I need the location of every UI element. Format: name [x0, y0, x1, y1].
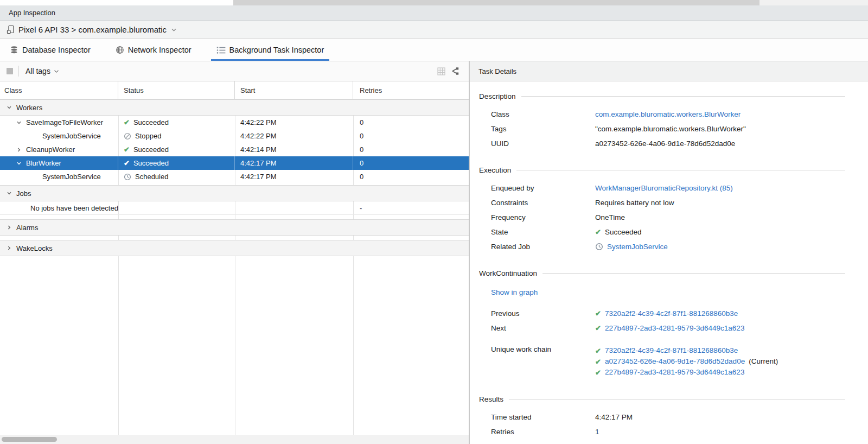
- retries-count: 0: [353, 116, 469, 129]
- chain-work-link[interactable]: 227b4897-2ad3-4281-9579-3d6449c1a623: [605, 367, 744, 378]
- tab-label: Network Inspector: [128, 46, 192, 54]
- time-started-value: 4:42:17 PM: [595, 413, 633, 421]
- group-row-jobs[interactable]: Jobs: [0, 185, 469, 201]
- group-label: Workers: [16, 104, 42, 112]
- worker-class-name: BlurWorker: [26, 159, 61, 167]
- table-row-job-child[interactable]: SystemJobService Scheduled 4:42:17 PM 0: [0, 170, 469, 183]
- detail-label: Enqueued by: [491, 184, 595, 192]
- task-list-panel: All tags: [0, 61, 470, 444]
- section-label: Execution: [479, 166, 511, 174]
- chain-work-link-current[interactable]: a0273452-626e-4a06-9d1e-78d6d52dad0e: [605, 356, 745, 367]
- process-selector-label: Pixel 6 API 33 > com.example.bluromatic: [18, 25, 167, 34]
- chain-work-link[interactable]: 7320a2f2-4c39-4c2f-87f1-881268860b3e: [605, 345, 738, 356]
- column-header-status[interactable]: Status: [118, 81, 235, 99]
- group-row-alarms[interactable]: Alarms: [0, 219, 469, 236]
- process-selector[interactable]: Pixel 6 API 33 > com.example.bluromatic: [0, 21, 868, 39]
- detail-row-tags: Tags "com.example.bluromatic.workers.Blu…: [470, 122, 868, 136]
- table-header-row: Class Status Start Retries: [0, 81, 469, 99]
- tag-filter-dropdown[interactable]: All tags: [25, 67, 59, 75]
- start-time: 4:42:17 PM: [235, 156, 353, 170]
- retries-count: 0: [353, 129, 469, 143]
- detail-row-time-started: Time started 4:42:17 PM: [470, 410, 868, 424]
- chevron-right-icon: [16, 147, 22, 153]
- empty-info-text: No jobs have been detected.: [30, 204, 118, 212]
- ide-top-sliver: [0, 0, 868, 5]
- job-class-name: SystemJobService: [42, 132, 101, 140]
- database-icon: [10, 46, 18, 54]
- chevron-down-icon: [171, 28, 177, 32]
- section-workcontinuation: WorkContinuation: [470, 269, 868, 277]
- previous-work-link[interactable]: 7320a2f2-4c39-4c2f-87f1-881268860b3e: [605, 309, 738, 318]
- column-header-class[interactable]: Class: [0, 81, 118, 99]
- retries-count: 0: [353, 170, 469, 183]
- panel-title: App Inspection: [9, 9, 55, 17]
- detail-row-constraints: Constraints Requires battery not low: [470, 195, 868, 210]
- detail-row-uuid: UUID a0273452-626e-4a06-9d1e-78d6d52dad0…: [470, 136, 868, 151]
- toolbar-separator: [18, 66, 19, 77]
- task-list-toolbar: All tags: [0, 61, 469, 81]
- uuid-value: a0273452-626e-4a06-9d1e-78d6d52dad0e: [595, 139, 735, 148]
- scrollbar-thumb[interactable]: [2, 437, 57, 442]
- clock-icon: [595, 243, 603, 251]
- column-header-start[interactable]: Start: [235, 81, 353, 99]
- detail-label: Retries: [491, 428, 595, 436]
- tab-database-inspector[interactable]: Database Inspector: [4, 39, 96, 61]
- task-details-header: Task Details: [470, 61, 868, 81]
- table-row-worker-selected[interactable]: BlurWorker ✔ Succeeded 4:42:17 PM 0: [0, 156, 469, 170]
- check-icon: ✔: [595, 369, 601, 376]
- table-row-worker[interactable]: SaveImageToFileWorker ✔ Succeeded 4:42:2…: [0, 116, 469, 129]
- worker-class-name: SaveImageToFileWorker: [26, 118, 103, 126]
- tab-network-inspector[interactable]: Network Inspector: [110, 39, 197, 61]
- check-icon: ✔: [595, 347, 601, 354]
- group-row-workers[interactable]: Workers: [0, 99, 469, 116]
- start-time: 4:42:22 PM: [235, 116, 353, 129]
- show-in-graph-row: Show in graph: [470, 285, 868, 300]
- current-marker: (Current): [749, 356, 778, 367]
- check-icon: ✔: [124, 119, 130, 126]
- column-header-retries[interactable]: Retries: [353, 81, 469, 99]
- tab-label: Background Task Inspector: [229, 46, 324, 54]
- detail-label: Class: [491, 110, 595, 118]
- related-job-link[interactable]: SystemJobService: [607, 243, 668, 251]
- start-time: 4:42:14 PM: [235, 143, 353, 156]
- next-work-link[interactable]: 227b4897-2ad3-4281-9579-3d6449c1a623: [605, 324, 744, 332]
- show-in-graph-link[interactable]: Show in graph: [491, 288, 538, 296]
- group-row-wakelocks[interactable]: WakeLocks: [0, 240, 469, 256]
- start-time: 4:42:17 PM: [235, 170, 353, 183]
- detail-row-frequency: Frequency OneTime: [470, 210, 868, 225]
- frequency-value: OneTime: [595, 213, 625, 221]
- table-row-job-child[interactable]: SystemJobService Stopped 4:42:22 PM 0: [0, 129, 469, 143]
- stopped-icon: [124, 132, 131, 140]
- retries-count: 0: [353, 156, 469, 170]
- top-sliver-left: [0, 0, 233, 5]
- detail-label: UUID: [491, 139, 595, 148]
- chevron-down-icon: [54, 69, 59, 73]
- horizontal-scrollbar[interactable]: [0, 435, 469, 444]
- status-text: Succeeded: [133, 145, 169, 154]
- detail-label: Previous: [491, 309, 595, 318]
- section-execution: Execution: [470, 166, 868, 174]
- detail-row-previous: Previous ✔ 7320a2f2-4c39-4c2f-87f1-88126…: [470, 306, 868, 321]
- class-link[interactable]: com.example.bluromatic.workers.BlurWorke…: [595, 110, 741, 118]
- graph-view-button[interactable]: [448, 65, 462, 78]
- tab-background-task-inspector[interactable]: Background Task Inspector: [211, 39, 330, 61]
- stop-inspection-icon[interactable]: [7, 68, 13, 74]
- list-icon: [216, 46, 226, 54]
- table-row-empty-info: No jobs have been detected. -: [0, 201, 469, 215]
- chevron-right-icon: [7, 225, 12, 230]
- section-label: Description: [479, 92, 516, 100]
- tag-filter-label: All tags: [25, 67, 50, 75]
- section-description: Description: [470, 92, 868, 100]
- retries-count: -: [353, 201, 469, 214]
- section-label: Results: [479, 395, 503, 403]
- chevron-down-icon: [16, 120, 22, 125]
- section-rule: [516, 170, 845, 170]
- status-text: Succeeded: [133, 159, 169, 167]
- table-view-button[interactable]: [434, 65, 448, 78]
- inspector-tab-bar: Database Inspector Network Inspector Bac…: [0, 39, 868, 61]
- table-row-worker[interactable]: CleanupWorker ✔ Succeeded 4:42:14 PM 0: [0, 143, 469, 156]
- state-value: Succeeded: [605, 228, 642, 236]
- status-text: Succeeded: [133, 118, 169, 126]
- enqueued-by-link[interactable]: WorkManagerBluromaticRepository.kt (85): [595, 184, 733, 192]
- detail-label: Time started: [491, 413, 595, 421]
